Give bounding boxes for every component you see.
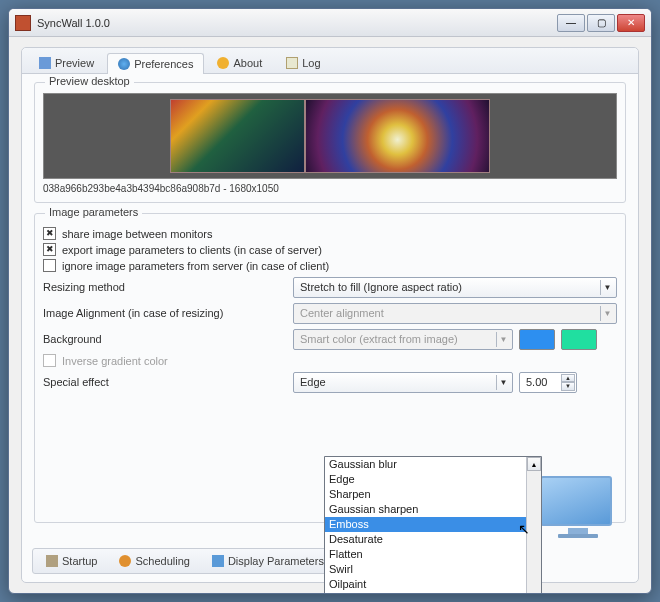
chevron-down-icon: ▼ [600,306,614,321]
main-panel: Preview Preferences About Log Preview de… [21,47,639,583]
client-area: Preview Preferences About Log Preview de… [9,37,651,593]
checkbox-inverse-gradient: Inverse gradient color [43,354,617,367]
background-combo: Smart color (extract from image) ▼ [293,329,513,350]
resizing-method-combo[interactable]: Stretch to fill (Ignore aspect ratio) ▼ [293,277,617,298]
color-swatch-2[interactable] [561,329,597,350]
effect-value-spinner[interactable]: 5.00 ▲ ▼ [519,372,577,393]
effect-option[interactable]: Edge [325,472,541,487]
btab-display-parameters[interactable]: Display Parameters [202,552,334,570]
scheduling-icon [119,555,131,567]
alignment-label: Image Alignment (in case of resizing) [43,307,293,319]
combo-value: Smart color (extract from image) [300,333,458,345]
tab-preview[interactable]: Preview [28,52,105,73]
effect-label: Special effect [43,376,293,388]
checkbox-ignore-params[interactable]: ignore image parameters from server (in … [43,259,617,272]
top-tabstrip: Preview Preferences About Log [22,48,638,74]
tab-preferences[interactable]: Preferences [107,53,204,74]
monitor-1-thumb[interactable] [170,99,305,173]
spinner-value: 5.00 [526,376,547,388]
checkbox-icon [43,259,56,272]
preview-area[interactable] [43,93,617,179]
effect-option[interactable]: Charcoal [325,592,541,594]
group-legend: Image parameters [45,206,142,218]
tab-label: Preview [55,57,94,69]
background-label: Background [43,333,293,345]
tab-label: Preferences [134,58,193,70]
spinner-buttons: ▲ ▼ [561,374,575,391]
preview-caption: 038a966b293be4a3b4394bc86a908b7d - 1680x… [43,183,617,194]
special-effect-combo[interactable]: Edge ▼ [293,372,513,393]
effect-option[interactable]: Swirl [325,562,541,577]
combo-value: Edge [300,376,326,388]
scroll-up-icon[interactable]: ▲ [527,457,541,471]
row-background: Background Smart color (extract from ima… [43,328,617,350]
tab-about[interactable]: About [206,52,273,73]
display-icon [212,555,224,567]
checkbox-label: Inverse gradient color [62,355,168,367]
tab-label: About [233,57,262,69]
btab-label: Display Parameters [228,555,324,567]
checkbox-label: ignore image parameters from server (in … [62,260,329,272]
maximize-button[interactable]: ▢ [587,14,615,32]
log-icon [286,57,298,69]
app-window: SyncWall 1.0.0 — ▢ ✕ Preview Preferences… [8,8,652,594]
effect-option[interactable]: Gaussian sharpen [325,502,541,517]
combo-value: Center alignment [300,307,384,319]
dropdown-scrollbar[interactable]: ▲ ▼ [526,457,541,594]
checkbox-label: share image between monitors [62,228,212,240]
chevron-down-icon: ▼ [496,332,510,347]
spin-up-icon[interactable]: ▲ [561,374,575,383]
window-controls: — ▢ ✕ [557,14,645,32]
preview-desktop-group: Preview desktop 038a966b293be4a3b4394bc8… [34,82,626,203]
effect-option[interactable]: Emboss [325,517,541,532]
group-legend: Preview desktop [45,75,134,87]
chevron-down-icon: ▼ [600,280,614,295]
effect-option[interactable]: Flatten [325,547,541,562]
monitor-preview-icon [540,476,616,538]
checkbox-share-image[interactable]: ✖ share image between monitors [43,227,617,240]
chevron-down-icon: ▼ [496,375,510,390]
special-effect-dropdown[interactable]: Gaussian blurEdgeSharpenGaussian sharpen… [324,456,542,594]
checkbox-icon: ✖ [43,243,56,256]
tab-log[interactable]: Log [275,52,331,73]
effect-option[interactable]: Oilpaint [325,577,541,592]
btab-startup[interactable]: Startup [36,552,107,570]
image-alignment-combo: Center alignment ▼ [293,303,617,324]
resizing-label: Resizing method [43,281,293,293]
close-button[interactable]: ✕ [617,14,645,32]
checkbox-icon: ✖ [43,227,56,240]
effect-option[interactable]: Gaussian blur [325,457,541,472]
titlebar[interactable]: SyncWall 1.0.0 — ▢ ✕ [9,9,651,37]
preview-icon [39,57,51,69]
checkbox-icon [43,354,56,367]
combo-value: Stretch to fill (Ignore aspect ratio) [300,281,462,293]
startup-icon [46,555,58,567]
about-icon [217,57,229,69]
spin-down-icon[interactable]: ▼ [561,382,575,391]
btab-label: Scheduling [135,555,189,567]
color-swatch-1[interactable] [519,329,555,350]
checkbox-export-params[interactable]: ✖ export image parameters to clients (in… [43,243,617,256]
app-icon [15,15,31,31]
tab-label: Log [302,57,320,69]
row-resizing-method: Resizing method Stretch to fill (Ignore … [43,276,617,298]
scroll-down-icon[interactable]: ▼ [527,593,541,594]
row-special-effect: Special effect Edge ▼ 5.00 ▲ ▼ [43,371,617,393]
effect-option[interactable]: Sharpen [325,487,541,502]
effect-option[interactable]: Desaturate [325,532,541,547]
window-title: SyncWall 1.0.0 [37,17,557,29]
preferences-icon [118,58,130,70]
row-image-alignment: Image Alignment (in case of resizing) Ce… [43,302,617,324]
monitor-2-thumb[interactable] [305,99,490,173]
checkbox-label: export image parameters to clients (in c… [62,244,322,256]
btab-label: Startup [62,555,97,567]
minimize-button[interactable]: — [557,14,585,32]
btab-scheduling[interactable]: Scheduling [109,552,199,570]
